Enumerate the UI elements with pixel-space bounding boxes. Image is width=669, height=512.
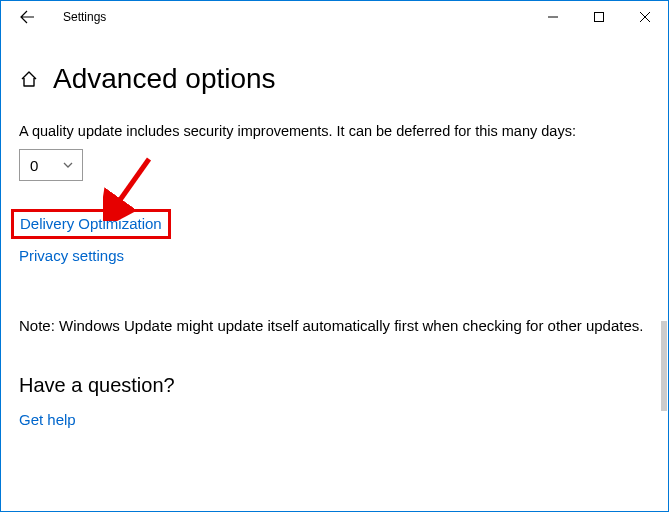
- svg-rect-0: [595, 13, 604, 22]
- close-button[interactable]: [622, 1, 668, 33]
- back-arrow-icon: [19, 9, 35, 25]
- delivery-optimization-link[interactable]: Delivery Optimization: [20, 215, 162, 232]
- page-title: Advanced options: [53, 63, 276, 95]
- window-controls: [530, 1, 668, 33]
- quality-update-description: A quality update includes security impro…: [19, 123, 650, 139]
- defer-days-value: 0: [30, 157, 38, 174]
- minimize-button[interactable]: [530, 1, 576, 33]
- titlebar: Settings: [1, 1, 668, 33]
- privacy-settings-link[interactable]: Privacy settings: [19, 247, 124, 264]
- close-icon: [640, 12, 650, 22]
- maximize-icon: [594, 12, 604, 22]
- minimize-icon: [548, 12, 558, 22]
- maximize-button[interactable]: [576, 1, 622, 33]
- help-heading: Have a question?: [19, 374, 650, 397]
- get-help-link[interactable]: Get help: [19, 411, 76, 428]
- defer-days-select[interactable]: 0: [19, 149, 83, 181]
- page-header: Advanced options: [19, 63, 650, 95]
- chevron-down-icon: [62, 159, 74, 171]
- content-area: Advanced options A quality update includ…: [1, 33, 668, 429]
- back-button[interactable]: [11, 1, 43, 33]
- annotation-highlight: Delivery Optimization: [11, 209, 171, 239]
- links-section: Delivery Optimization Privacy settings: [19, 209, 650, 265]
- home-icon[interactable]: [19, 69, 39, 89]
- scrollbar-thumb[interactable]: [661, 321, 667, 411]
- window-title: Settings: [63, 10, 106, 24]
- update-note: Note: Windows Update might update itself…: [19, 317, 650, 334]
